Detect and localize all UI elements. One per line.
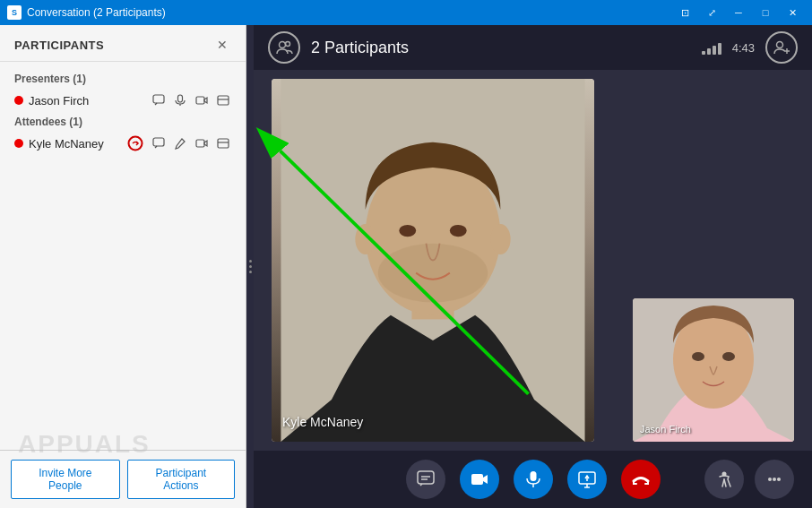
svg-point-14: [286, 42, 290, 47]
window-controls: ⊡ ⤢ ─ □ ✕: [672, 4, 805, 22]
panel-divider: [246, 25, 254, 508]
secondary-video-jason: Jason Firch: [633, 298, 794, 442]
add-participant-button[interactable]: [765, 31, 798, 64]
svg-rect-11: [218, 139, 229, 148]
divider-dots: [249, 260, 252, 273]
screen-share-button[interactable]: [567, 460, 607, 499]
panel-footer: Invite More People Participant Actions: [0, 450, 246, 508]
kyle-avatar-svg: [272, 79, 594, 442]
presenters-label: Presenters (1): [0, 69, 246, 89]
svg-rect-2: [153, 95, 164, 103]
close-btn[interactable]: ✕: [780, 4, 805, 22]
kyle-share-icon[interactable]: [215, 135, 231, 151]
video-button[interactable]: [460, 460, 499, 499]
svg-point-42: [768, 478, 772, 481]
minimize-btn[interactable]: ─: [726, 4, 751, 22]
participants-count: 2 Participants: [311, 39, 409, 57]
video-top-bar: 2 Participants 4:43: [254, 25, 812, 70]
svg-rect-3: [178, 95, 183, 102]
main-content: PARTICIPANTS ✕ Presenters (1) Jason Firc…: [0, 25, 812, 508]
svg-point-21: [378, 244, 488, 303]
jason-mic-icon[interactable]: [172, 92, 188, 108]
svg-point-30: [722, 352, 735, 361]
svg-rect-33: [418, 471, 434, 484]
jason-video-label: Jason Firch: [640, 424, 691, 435]
svg-point-8: [129, 137, 143, 151]
signal-bars: [702, 40, 721, 55]
svg-point-24: [355, 224, 376, 254]
participant-name-jason: Jason Firch: [29, 94, 151, 108]
svg-rect-36: [471, 474, 483, 485]
kyle-action-btn[interactable]: [127, 135, 143, 151]
maximize-btn[interactable]: □: [753, 4, 778, 22]
svg-rect-10: [196, 140, 204, 147]
status-dot-jason: [14, 96, 23, 105]
end-call-button[interactable]: [621, 460, 661, 499]
jason-share-icon[interactable]: [215, 92, 231, 108]
attendees-label: Attendees (1): [0, 112, 246, 132]
svg-rect-37: [530, 471, 536, 481]
main-video-kyle: Kyle McNaney: [272, 79, 594, 442]
jason-avatar-svg: [633, 298, 794, 442]
chat-button[interactable]: [406, 460, 445, 499]
panel-header: PARTICIPANTS ✕: [0, 25, 246, 62]
jason-cam-icon[interactable]: [194, 92, 210, 108]
video-top-right: 4:43: [702, 31, 798, 64]
restore-btn[interactable]: ⤢: [699, 4, 724, 22]
svg-rect-5: [196, 97, 204, 104]
more-options-button[interactable]: [755, 460, 794, 499]
participant-actions-button[interactable]: Participant Actions: [127, 460, 235, 499]
participant-row: Jason Firch: [0, 89, 246, 112]
invite-more-button[interactable]: Invite More People: [11, 460, 120, 499]
panel-title: PARTICIPANTS: [14, 39, 104, 52]
svg-point-25: [490, 224, 511, 254]
window-title: Conversation (2 Participants): [27, 6, 166, 19]
jason-chat-icon[interactable]: [151, 92, 167, 108]
jason-video-feed: [633, 298, 794, 442]
svg-point-13: [280, 42, 286, 48]
kyle-participant-row: Kyle McNaney: [0, 132, 246, 155]
time-display: 4:43: [732, 41, 755, 55]
title-bar: S Conversation (2 Participants) ⊡ ⤢ ─ □ …: [0, 0, 812, 25]
panel-close-btn[interactable]: ✕: [213, 36, 231, 54]
kyle-pen-icon[interactable]: [172, 135, 188, 151]
video-area: 2 Participants 4:43: [254, 25, 812, 508]
app-icon: S: [7, 5, 22, 20]
svg-point-44: [777, 478, 781, 481]
mic-button[interactable]: [514, 460, 553, 499]
accessibility-button[interactable]: [704, 460, 744, 499]
svg-point-22: [399, 225, 416, 237]
jason-icons: [151, 92, 231, 108]
status-dot-kyle: [14, 139, 23, 148]
participants-panel: PARTICIPANTS ✕ Presenters (1) Jason Firc…: [0, 25, 246, 508]
participant-name-kyle: Kyle McNaney: [29, 137, 127, 151]
kyle-video-feed: [272, 79, 594, 442]
kyle-cam-icon[interactable]: [194, 135, 210, 151]
svg-point-29: [692, 352, 704, 361]
tile-btn[interactable]: ⊡: [672, 4, 697, 22]
kyle-icons: [127, 135, 231, 151]
svg-point-15: [777, 42, 783, 48]
participants-icon: [268, 31, 300, 64]
right-controls: [704, 460, 794, 499]
title-bar-left: S Conversation (2 Participants): [7, 5, 166, 20]
svg-point-23: [450, 225, 467, 237]
video-bottom-bar: [254, 451, 812, 508]
kyle-video-label: Kyle McNaney: [282, 415, 363, 429]
panel-body: Presenters (1) Jason Firch: [0, 62, 246, 450]
svg-rect-9: [153, 138, 164, 146]
kyle-chat-icon[interactable]: [151, 135, 167, 151]
svg-point-43: [773, 478, 776, 481]
video-main: Kyle McNaney: [254, 70, 812, 451]
svg-rect-6: [218, 96, 229, 105]
svg-text:S: S: [12, 8, 17, 17]
